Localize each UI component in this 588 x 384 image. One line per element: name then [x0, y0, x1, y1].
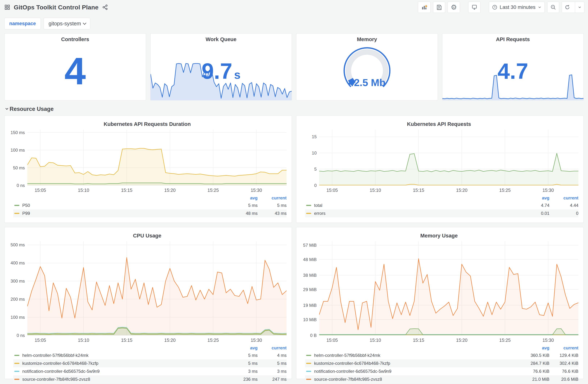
- legend-column-current[interactable]: current: [549, 345, 578, 350]
- x-tick-label: 15:25: [499, 338, 511, 343]
- refresh-button[interactable]: [562, 2, 573, 13]
- legend-column-current[interactable]: current: [258, 195, 287, 200]
- series-color-key: [14, 363, 19, 364]
- x-tick-label: 15:30: [543, 338, 554, 343]
- legend-row: source-controller-7fb84fc985-zvsz8236 ms…: [13, 375, 287, 383]
- series-color-key: [306, 363, 311, 364]
- charts-grid: Kubernetes API Requests Duration 0 ns50 …: [0, 113, 588, 379]
- legend-series-label[interactable]: errors: [314, 211, 521, 216]
- y-tick-label: 0 ns: [17, 183, 25, 188]
- legend-column-current[interactable]: current: [258, 345, 287, 350]
- panel-api-requests[interactable]: API Requests 4.7: [442, 33, 584, 100]
- plot-area[interactable]: [319, 241, 578, 336]
- y-tick-label: 200 ms: [11, 297, 25, 302]
- legend-column-current[interactable]: current: [549, 195, 578, 200]
- legend-series-label[interactable]: kustomize-controller-6c6784b468-7kzfp: [22, 361, 229, 366]
- legend-column-avg[interactable]: avg: [229, 195, 258, 200]
- legend-row: P505 ms5 ms: [13, 201, 287, 209]
- legend-row: source-controller-7fb84fc985-zvsz821.0 M…: [305, 375, 578, 383]
- y-axis: 0 B10 MiB19 MiB29 MiB38 MiB48 MiB57 MiB: [300, 241, 319, 336]
- legend-series-label[interactable]: notification-controller-6d56575dc-5w9n9: [314, 369, 521, 374]
- panel-memory[interactable]: Memory 42.5 Mb: [296, 33, 438, 100]
- panel-k8s-api-requests[interactable]: Kubernetes API Requests 051015 15:0515:1…: [296, 116, 584, 223]
- series-color-key: [14, 213, 19, 214]
- legend-series-label[interactable]: source-controller-7fb84fc985-zvsz8: [22, 377, 229, 382]
- share-icon[interactable]: [102, 4, 108, 10]
- add-panel-button[interactable]: [418, 2, 431, 13]
- legend-current-value: 4 ms: [258, 353, 287, 358]
- legend-avg-value: 21.0 MiB: [521, 377, 549, 382]
- dashboard-settings-button[interactable]: ⚙: [448, 2, 460, 13]
- save-dashboard-button[interactable]: [433, 2, 445, 13]
- section-resource-usage[interactable]: Resource Usage: [0, 100, 588, 113]
- gear-icon: ⚙: [451, 4, 457, 11]
- legend-row: notification-controller-6d56575dc-5w9n93…: [13, 367, 287, 375]
- series-color-key: [306, 205, 311, 206]
- legend-avg-value: 0.01: [521, 211, 549, 216]
- panel-title: Memory Usage: [300, 230, 578, 239]
- time-range-picker[interactable]: Last 30 minutes: [489, 2, 545, 13]
- legend-series-label[interactable]: total: [314, 203, 521, 208]
- legend-column-avg[interactable]: avg: [521, 195, 549, 200]
- legend-current-value: 5 ms: [258, 361, 287, 366]
- legend-series-label[interactable]: P50: [22, 203, 229, 208]
- legend-series-label[interactable]: P99: [22, 211, 229, 216]
- x-tick-label: 15:05: [35, 188, 46, 193]
- x-tick-label: 15:20: [456, 188, 467, 193]
- legend-avg-value: 5 ms: [229, 203, 258, 208]
- legend-row: helm-controller-57f9b56bbf-k24mk5 ms4 ms: [13, 351, 287, 359]
- panel-memory-usage[interactable]: Memory Usage 0 B10 MiB19 MiB29 MiB38 MiB…: [296, 227, 584, 379]
- stat-value: 4.7: [442, 60, 584, 82]
- x-tick-label: 15:25: [499, 188, 511, 193]
- chevron-down-icon: [5, 107, 8, 110]
- legend-series-label[interactable]: notification-controller-6d56575dc-5w9n9: [22, 369, 229, 374]
- memory-gauge: 42.5 Mb: [337, 44, 397, 95]
- y-tick-label: 48 MiB: [303, 257, 317, 262]
- kiosk-mode-button[interactable]: [468, 2, 481, 13]
- x-axis: 15:0515:1015:1515:2015:2515:30: [27, 336, 287, 344]
- zoom-out-button[interactable]: [547, 2, 559, 13]
- legend-current-value: 76.6 KiB: [549, 369, 578, 374]
- apps-grid-icon[interactable]: [4, 4, 10, 10]
- panel-title: Kubernetes API Requests Duration: [8, 118, 287, 127]
- refresh-interval-dropdown[interactable]: [575, 2, 584, 13]
- series-line-total: [319, 153, 578, 172]
- y-axis: 051015: [300, 130, 319, 186]
- legend-series-label[interactable]: source-controller-7fb84fc985-zvsz8: [314, 377, 521, 382]
- panel-controllers[interactable]: Controllers 4: [4, 33, 146, 100]
- variable-value-dropdown[interactable]: gitops-system: [44, 18, 90, 29]
- plot-area[interactable]: [27, 241, 287, 336]
- x-tick-label: 15:25: [208, 188, 219, 193]
- legend-avg-value: 76.6 KiB: [521, 369, 549, 374]
- panel-title: Kubernetes API Requests: [300, 118, 578, 127]
- legend-row: kustomize-controller-6c6784b468-7kzfp5 m…: [13, 359, 287, 367]
- legend-series-label[interactable]: kustomize-controller-6c6784b468-7kzfp: [314, 361, 521, 366]
- legend: avgcurrenthelm-controller-57f9b56bbf-k24…: [13, 344, 287, 383]
- legend-avg-value: 3 ms: [229, 369, 258, 374]
- legend-avg-value: 48 ms: [229, 211, 258, 216]
- legend: avgcurrentP505 ms5 msP9948 ms43 ms: [13, 194, 287, 217]
- x-tick-label: 15:20: [164, 338, 176, 343]
- clock-icon: [492, 4, 497, 10]
- panel-k8s-api-requests-duration[interactable]: Kubernetes API Requests Duration 0 ns50 …: [4, 116, 292, 223]
- y-tick-label: 57 MiB: [303, 243, 317, 248]
- x-tick-label: 15:25: [208, 338, 219, 343]
- panel-title: Work Queue: [150, 34, 292, 43]
- x-axis: 15:0515:1015:1515:2015:2515:30: [27, 186, 287, 194]
- x-tick-label: 15:05: [326, 188, 338, 193]
- legend-current-value: 4.44: [549, 203, 578, 208]
- legend-series-label[interactable]: helm-controller-57f9b56bbf-k24mk: [314, 353, 521, 358]
- stat-value: 4: [4, 52, 146, 90]
- legend-column-avg[interactable]: avg: [521, 345, 549, 350]
- plot-area[interactable]: [27, 130, 287, 186]
- legend-row: P9948 ms43 ms: [13, 209, 287, 217]
- legend-series-label[interactable]: helm-controller-57f9b56bbf-k24mk: [22, 353, 229, 358]
- x-tick-label: 15:10: [370, 188, 381, 193]
- legend-column-avg[interactable]: avg: [229, 345, 258, 350]
- plot-area[interactable]: [319, 130, 578, 186]
- refresh-button-group[interactable]: [562, 2, 584, 13]
- y-axis: 0 ns50 ms100 ms150 ms: [8, 130, 27, 186]
- panel-cpu-usage[interactable]: CPU Usage 0 ns100 ms200 ms300 ms400 ms50…: [4, 227, 292, 379]
- legend-current-value: 5 ms: [258, 203, 287, 208]
- panel-work-queue[interactable]: Work Queue 9.7s: [150, 33, 292, 100]
